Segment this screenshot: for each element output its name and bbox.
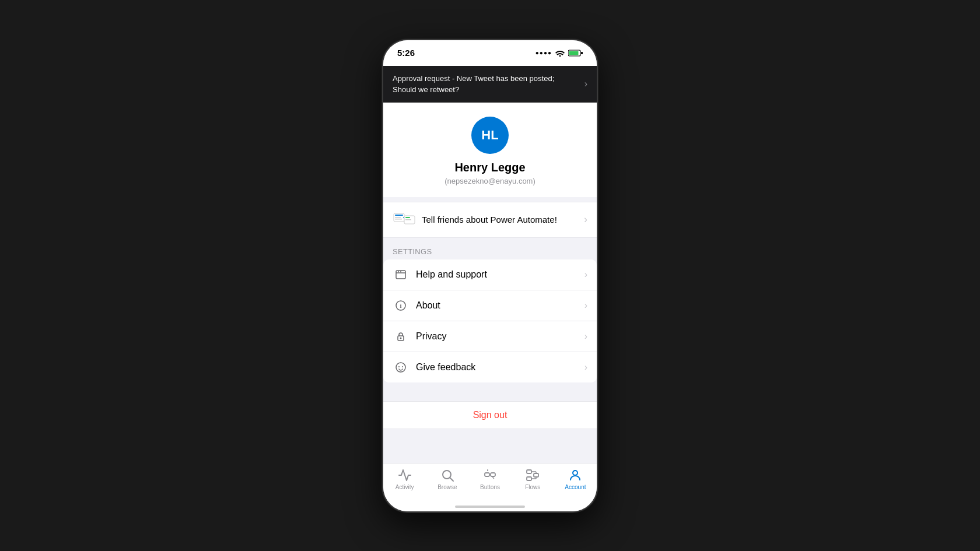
svg-rect-8	[405, 217, 410, 218]
nav-label-activity: Activity	[396, 484, 414, 490]
svg-rect-24	[491, 473, 495, 476]
about-label: About	[416, 300, 584, 311]
nav-label-browse: Browse	[438, 484, 457, 490]
power-automate-icon	[393, 210, 416, 229]
nav-label-flows: Flows	[525, 484, 540, 490]
profile-section: HL Henry Legge (nepsezekno@enayu.com)	[383, 103, 597, 197]
svg-rect-2	[569, 51, 579, 55]
privacy-icon	[393, 328, 409, 345]
nav-item-account[interactable]: Account	[554, 468, 597, 490]
browse-icon	[440, 468, 454, 482]
settings-item-privacy[interactable]: Privacy ›	[383, 321, 597, 352]
tell-friends-text: Tell friends about Power Automate!	[422, 215, 557, 224]
settings-item-help[interactable]: Help and support ›	[383, 259, 597, 290]
profile-name: Henry Legge	[454, 161, 525, 174]
signal-dots-icon: ●●●●	[536, 50, 552, 56]
profile-email: (nepsezekno@enayu.com)	[444, 177, 536, 185]
svg-rect-23	[485, 473, 489, 476]
privacy-label: Privacy	[416, 331, 584, 342]
nav-item-activity[interactable]: Activity	[383, 468, 426, 490]
tell-friends-left: Tell friends about Power Automate!	[393, 210, 557, 229]
notification-chevron-icon: ›	[584, 79, 587, 89]
svg-rect-5	[395, 217, 401, 218]
feedback-icon	[393, 359, 409, 375]
settings-item-about[interactable]: i About ›	[383, 290, 597, 321]
nav-label-buttons: Buttons	[480, 484, 500, 490]
activity-icon	[398, 468, 412, 482]
svg-rect-6	[395, 219, 402, 220]
home-indicator	[455, 506, 525, 508]
svg-rect-29	[527, 477, 531, 480]
status-bar: 5:26 ●●●●	[383, 40, 597, 66]
sign-out-section: Sign out	[383, 401, 597, 429]
svg-point-19	[398, 366, 400, 367]
svg-rect-4	[395, 215, 403, 216]
battery-icon	[568, 50, 583, 57]
svg-text:i: i	[400, 302, 401, 309]
svg-point-34	[573, 471, 578, 475]
account-icon	[568, 468, 582, 482]
privacy-chevron-icon: ›	[584, 331, 587, 342]
settings-section-label: Settings	[383, 238, 597, 259]
bottom-navigation: Activity Browse Buttons	[383, 463, 597, 511]
svg-rect-27	[527, 470, 531, 473]
avatar: HL	[471, 117, 509, 154]
svg-line-22	[450, 478, 453, 481]
flows-icon	[526, 468, 540, 482]
help-chevron-icon: ›	[584, 269, 587, 280]
wifi-icon	[555, 50, 565, 57]
svg-rect-1	[581, 52, 583, 54]
feedback-label: Give feedback	[416, 362, 584, 373]
settings-item-feedback[interactable]: Give feedback ›	[383, 352, 597, 382]
help-icon	[393, 266, 409, 283]
phone-frame: 5:26 ●●●● Approval request - New Tweet h…	[382, 39, 598, 513]
notification-content: Approval request - New Tweet has been po…	[393, 73, 580, 95]
status-icons: ●●●●	[536, 50, 583, 57]
svg-rect-28	[534, 473, 538, 477]
svg-point-17	[400, 337, 402, 339]
svg-point-12	[398, 271, 399, 272]
about-chevron-icon: ›	[584, 300, 587, 311]
nav-item-buttons[interactable]: Buttons	[468, 468, 511, 490]
sign-out-button[interactable]: Sign out	[383, 402, 597, 429]
svg-point-20	[402, 366, 403, 367]
help-label: Help and support	[416, 269, 584, 280]
nav-item-browse[interactable]: Browse	[426, 468, 468, 490]
feedback-chevron-icon: ›	[584, 362, 587, 373]
notification-text: Approval request - New Tweet has been po…	[393, 74, 554, 94]
section-separator	[383, 382, 597, 401]
status-time: 5:26	[397, 48, 415, 58]
svg-rect-9	[405, 219, 411, 220]
nav-label-account: Account	[565, 484, 586, 490]
nav-item-flows[interactable]: Flows	[512, 468, 554, 490]
buttons-icon	[483, 468, 497, 482]
tell-friends-banner[interactable]: Tell friends about Power Automate! ›	[383, 202, 597, 238]
svg-point-13	[400, 271, 401, 272]
settings-group: Help and support › i About ›	[383, 259, 597, 382]
notification-banner[interactable]: Approval request - New Tweet has been po…	[383, 66, 597, 103]
about-icon: i	[393, 297, 409, 314]
tell-friends-chevron-icon: ›	[584, 213, 587, 226]
